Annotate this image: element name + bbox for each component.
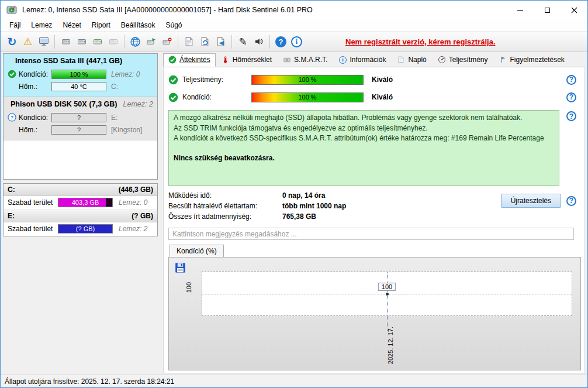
disk-export-button[interactable] [143,34,159,50]
health-help-icon[interactable]: ? [566,92,576,102]
retest-button[interactable]: Újratesztelés [501,194,561,208]
refresh-button[interactable]: ↻ [4,34,20,50]
tab-naplo[interactable]: Napló [392,53,431,67]
hard-disk-icon [60,37,72,46]
data-point[interactable] [386,293,389,296]
speaker-icon [254,37,264,46]
power-on-value: 0 nap, 14 óra [282,191,346,200]
sidebar: Intenso SSD Sata III (447,1 GB) Kondíció… [1,52,160,375]
partition-panel: C: (446,3 GB) Szabad terület 403,3 GB Le… [3,183,158,236]
crosshair-line [387,272,388,331]
performance-label: Teljesítmény: [182,75,251,84]
main-panel: Áttekintés Hőmérséklet [160,52,587,375]
health-label: Kondíció: [19,70,51,78]
disk-2-button[interactable] [74,34,89,50]
signature-button[interactable]: ✎ [235,34,251,50]
hard-disk-disabled-icon [108,37,119,46]
disk-number: Lemez: 2 [119,225,147,233]
check-circle-icon [168,56,177,64]
menu-item-riport[interactable]: Riport [87,20,116,30]
maximize-button[interactable] [534,1,561,19]
help-icon: ? [275,36,286,47]
refresh-icon: ↻ [8,36,17,47]
question-circle-icon: ? [8,113,16,122]
drive-letter: E: [111,114,117,122]
monitor-button[interactable] [36,34,51,50]
free-space-bar: (? GB) [58,224,113,234]
tab-homerseklet[interactable]: Hőmérséklet [216,53,277,67]
menu-item-beallitasok[interactable]: Beállítások [116,20,161,30]
minimize-button[interactable] [507,1,534,19]
disk-item-intenso[interactable]: Intenso SSD Sata III (447,1 GB) Kondíció… [4,54,157,97]
tab-attekintes[interactable]: Áttekintés [163,53,216,67]
disk-item-phison[interactable]: Phison USB DISK 50X (7,3 GB) Lemez: 2 ? … [4,97,157,140]
report-button[interactable] [181,34,197,50]
info-icon: i [339,56,347,64]
tab-label: Napló [408,56,426,64]
disk-number: Lemez: 0 [111,70,140,78]
menu-item-nezet[interactable]: Nézet [57,20,86,30]
performance-help-icon[interactable]: ? [566,75,576,85]
tab-smart[interactable]: S.M.A.R.T. [278,53,333,67]
chart-tab[interactable]: Kondíció (%) [170,245,224,257]
menu-item-lemez[interactable]: Lemez [26,20,57,30]
report-sound-button[interactable] [213,34,229,50]
save-icon[interactable] [175,262,186,273]
disk-remove-button[interactable] [159,34,175,50]
warning-report-button[interactable]: ⚠ [20,34,36,50]
comment-input[interactable] [168,228,574,240]
free-space-label: Szabad terület [8,225,58,233]
disk-1-button[interactable] [58,34,74,50]
status-bar: Állapot utoljára frissítve: 2025. 12. 17… [1,375,587,387]
info-button[interactable]: i [289,34,305,50]
health-row: Kondíció: 100 % Kiváló ? [168,90,581,104]
disk-size: (7,3 GB) [89,100,117,108]
partition-row-c[interactable]: C: (446,3 GB) [4,184,157,196]
close-button[interactable] [561,1,587,19]
retest-help-icon[interactable]: ? [566,196,576,206]
tab-teljesitmeny[interactable]: Teljesítmény [433,53,493,67]
written-label: Összes írt adatmennyiség: [168,212,282,221]
disk-size: (447,1 GB) [86,57,122,65]
menu-item-fajl[interactable]: Fájl [4,20,26,30]
disk-3-button[interactable] [89,34,105,50]
health-label: Kondíció: [19,114,51,122]
lifetime-label: Becsült hátralévő élettartam: [168,202,282,210]
status-text-box: A mozgó alkatrész nélküli meghajtó (SSD)… [168,110,559,186]
partition-drive: C: [8,186,15,194]
document-icon [397,56,404,64]
check-circle-icon [8,70,16,78]
info-section: Működési idő: 0 nap, 14 óra Becsült hátr… [168,191,581,221]
status-help-icon[interactable]: ? [566,111,576,121]
tab-label: Áttekintés [179,56,210,64]
toolbar-separator [54,35,55,49]
disk-4-button[interactable] [105,34,121,50]
hard-disk-icon [76,37,88,46]
temp-label: Hőm.: [19,83,51,91]
disk-arrow-icon [146,37,157,46]
status-bar-text: Állapot utoljára frissítve: 2025. 12. 17… [5,377,174,386]
tab-label: Információk [350,56,386,64]
tab-informaciok[interactable]: i Információk [333,53,391,67]
menu-item-sugo[interactable]: Súgó [160,20,187,30]
lifetime-value: több mint 1000 nap [282,202,346,210]
register-link[interactable]: Nem regisztrált verzió, kérem regisztrál… [345,37,496,46]
flag-icon [500,56,507,64]
document-refresh-icon [200,36,210,47]
free-space-label: Szabad terület [8,198,58,207]
network-button[interactable] [127,34,143,50]
tab-label: Hőmérséklet [233,56,272,64]
tab-label: Teljesítmény [449,56,488,64]
svg-text:?: ? [10,115,13,121]
partition-free-e: Szabad terület (? GB) Lemez: 2 [4,222,157,236]
x-axis-date-label: 2025. 12. 17. [387,327,394,364]
partition-row-e[interactable]: E: (? GB) [4,210,157,222]
status-advice: Nincs szükség beavatkozásra. [174,154,554,163]
report-refresh-button[interactable] [197,34,213,50]
performance-rating: Kiváló [372,75,393,84]
help-button[interactable]: ? [273,34,289,50]
tab-figyelmeztetesek[interactable]: Figyelmeztetések [494,53,570,67]
tab-label: Figyelmeztetések [510,56,565,64]
sound-button[interactable] [251,34,267,50]
disk-number: Lemez: 0 [119,198,147,207]
